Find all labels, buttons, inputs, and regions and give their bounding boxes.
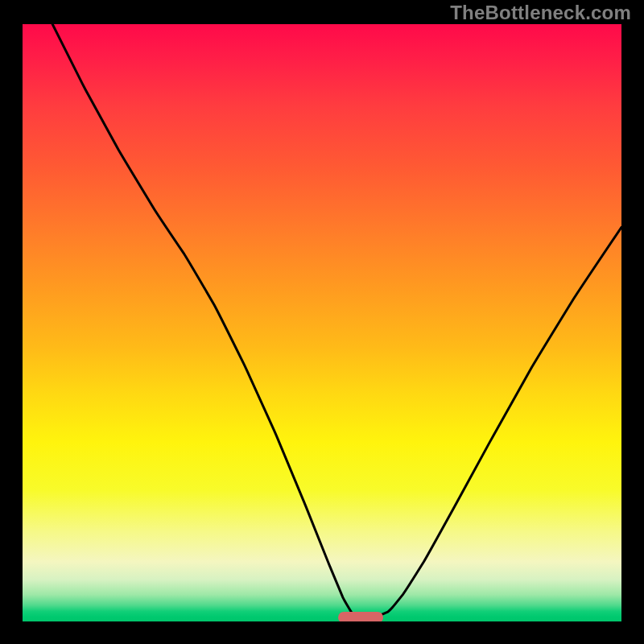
- bottleneck-curve: [52, 24, 621, 617]
- curve-svg: [23, 24, 621, 621]
- attribution-text: TheBottleneck.com: [450, 2, 631, 24]
- plot-area: [23, 24, 621, 621]
- chart-frame: TheBottleneck.com: [0, 0, 644, 644]
- optimal-marker: [338, 612, 383, 621]
